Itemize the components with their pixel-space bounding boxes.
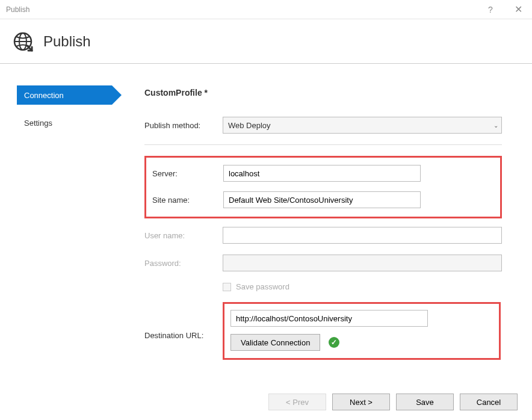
password-label: Password: xyxy=(144,259,223,268)
save-password-label: Save password xyxy=(236,282,289,291)
highlight-destination: Validate Connection ✓ xyxy=(223,302,501,360)
publish-globe-icon xyxy=(12,31,34,52)
close-button[interactable]: ✕ xyxy=(504,0,532,19)
destination-url-label: Destination URL: xyxy=(144,331,223,340)
sidebar: Connection Settings xyxy=(0,64,119,384)
check-success-icon: ✓ xyxy=(329,337,339,348)
help-button[interactable]: ? xyxy=(477,0,504,19)
save-button[interactable]: Save xyxy=(396,394,454,410)
validate-connection-button[interactable]: Validate Connection xyxy=(230,334,320,351)
site-name-input[interactable] xyxy=(223,191,421,208)
cancel-button[interactable]: Cancel xyxy=(460,394,518,410)
prev-button: < Prev xyxy=(268,394,326,410)
page-title: Publish xyxy=(43,33,91,50)
close-icon: ✕ xyxy=(515,4,522,15)
window-title: Publish xyxy=(6,5,477,14)
next-button[interactable]: Next > xyxy=(332,394,390,410)
user-name-input[interactable] xyxy=(223,227,502,244)
server-input[interactable] xyxy=(223,165,421,182)
publish-method-select[interactable]: Web Deploy ⌄ xyxy=(223,117,502,134)
main-panel: CustomProfile * Publish method: Web Depl… xyxy=(119,64,532,384)
sidebar-item-connection[interactable]: Connection xyxy=(17,85,112,105)
site-name-label: Site name: xyxy=(152,196,223,205)
highlight-server-sitename: Server: Site name: xyxy=(144,156,502,218)
sidebar-item-settings[interactable]: Settings xyxy=(0,113,119,132)
chevron-down-icon: ⌄ xyxy=(493,122,498,129)
destination-url-input[interactable] xyxy=(230,310,428,327)
titlebar: Publish ? ✕ xyxy=(0,0,532,19)
profile-name: CustomProfile * xyxy=(144,88,502,97)
footer: < Prev Next > Save Cancel xyxy=(0,384,532,420)
divider xyxy=(144,144,502,145)
sidebar-item-label: Connection xyxy=(24,91,64,100)
header: Publish xyxy=(0,19,532,64)
publish-method-label: Publish method: xyxy=(144,121,223,130)
password-input[interactable] xyxy=(223,255,502,271)
save-password-checkbox[interactable] xyxy=(223,283,231,291)
user-name-label: User name: xyxy=(144,231,223,240)
sidebar-item-label: Settings xyxy=(24,119,52,128)
server-label: Server: xyxy=(152,169,223,178)
